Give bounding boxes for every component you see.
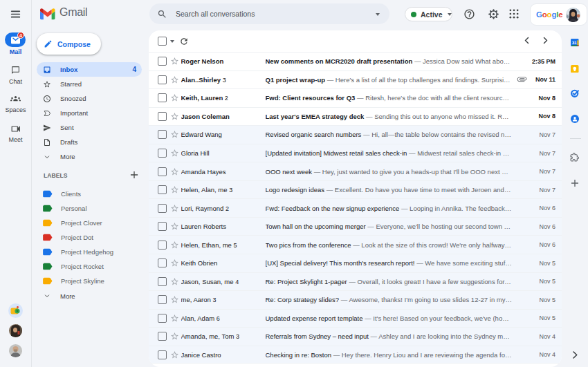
svg-text:31: 31 (572, 41, 577, 45)
